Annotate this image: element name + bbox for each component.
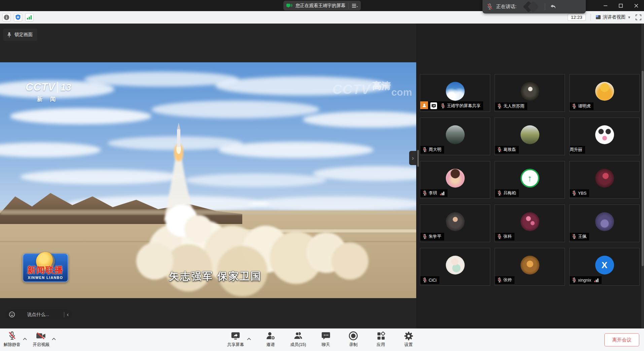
cctv-channel-number: 13 [57,82,71,93]
unmute-button[interactable]: 解除静音 [3,331,21,348]
news-caption: 矢志强军 保家卫国 [169,269,261,283]
info-button[interactable] [2,13,11,22]
pin-label: 锁定画面 [14,32,33,38]
network-signal-icon [27,15,32,20]
watching-banner[interactable]: 您正在观看王靖宇的屏幕 [283,1,361,10]
divider [348,3,349,9]
chat-input-placeholder[interactable]: 说点什么... [15,312,61,318]
divider [591,14,591,21]
avatar [446,256,465,275]
emoji-icon[interactable] [9,311,15,318]
menu-icon[interactable] [351,3,358,8]
meeting-time: 12:23 [568,14,586,21]
avatar [521,125,539,144]
view-mode-select[interactable]: 演讲者视图 ▼ [596,14,631,20]
collapse-chat-icon[interactable]: ‹ [67,312,69,317]
fullscreen-icon[interactable] [636,14,641,20]
muted-mic-icon [422,234,427,240]
share-options-chevron[interactable] [246,335,252,342]
panel-scrollbar-thumb[interactable] [417,150,419,167]
program-name-en: XINWEN LIANBO [28,276,63,280]
shared-video[interactable]: CCTV 13 新闻 CCTV 高清 com 新闻联播 XINWEN LIANB… [0,62,416,298]
participant-label: 张烨 [495,276,514,284]
cctv-channel-name: 新闻 [37,95,71,103]
return-arrow-icon[interactable] [550,4,557,10]
panel-collapse-handle[interactable]: › [409,151,417,165]
close-button[interactable] [629,0,644,11]
participant-tile[interactable]: CiCi [420,248,490,286]
participant-tile[interactable]: ↑ 吕梅柏 [495,161,565,199]
participant-name: 王靖宇的屏幕共享 [447,103,480,109]
start-video-button[interactable]: 开启视频 [32,331,50,348]
participant-tile[interactable]: 朱学平 [420,204,490,242]
watching-label: 您正在观看王靖宇的屏幕 [295,3,346,9]
network-button[interactable] [25,13,34,22]
participant-name: YBS [578,191,586,196]
muted-mic-icon [422,147,427,153]
record-button[interactable]: 录制 [345,331,362,348]
participant-name: 朱学平 [429,234,441,240]
participant-tile[interactable]: 周升丽 [569,118,640,155]
shared-screen-stage: 锁定画面 [0,24,416,328]
participant-tile[interactable]: 李玥 [420,161,490,199]
leave-meeting-button[interactable]: 离开会议 [604,333,639,347]
mic-options-chevron[interactable] [22,335,28,342]
share-screen-button[interactable]: 共享屏幕 [227,331,244,348]
speaking-panel: 正在讲话: [482,0,586,13]
participant-tile[interactable]: 张科 [495,204,565,242]
participant-label: xingnix [570,276,602,284]
muted-mic-icon [497,103,502,109]
shield-plus-icon [15,14,21,20]
scrollbar-thumb[interactable] [642,71,644,266]
participant-name: 王佩 [578,234,586,240]
minimize-button[interactable] [598,0,613,11]
participant-name: 谭明虎 [578,103,591,109]
participant-tile[interactable]: 谭明虎 [569,74,640,112]
muted-mic-icon [497,147,502,153]
muted-mic-icon [487,3,493,10]
pin-view-button[interactable]: 锁定画面 [3,29,37,41]
participant-label: 王佩 [570,233,589,241]
avatar-glyph: ↑ [528,174,532,183]
muted-mic-icon [572,190,577,196]
divider [545,3,545,10]
chevron-right-icon: › [412,155,414,162]
security-button[interactable] [14,13,22,22]
participants-panel: 王靖宇的屏幕共享 无人所苏雨 [416,24,644,328]
video-options-chevron[interactable] [51,335,57,342]
invite-button[interactable]: 邀请 [262,331,279,348]
avatar [521,82,539,101]
participant-tile[interactable]: YBS [569,161,640,199]
program-name-cn: 新闻联播 [27,264,64,276]
participant-name: xingnix [578,278,591,283]
invite-label: 邀请 [266,342,275,348]
record-label: 录制 [349,342,358,348]
participant-label: 谭明虎 [570,102,594,110]
bottom-toolbar: 解除静音 开启视频 [0,328,644,351]
apps-button[interactable]: 应用 [372,331,390,348]
share-screen-icon [231,331,240,340]
members-button[interactable]: 成员(15) [289,331,307,348]
participant-tile[interactable]: 周大明 [420,118,490,155]
participant-tile[interactable]: 葛致磊 [495,118,565,155]
participant-tile[interactable]: 王靖宇的屏幕共享 [420,74,490,112]
chat-button[interactable]: 聊天 [317,331,334,348]
participant-tile[interactable]: 王佩 [569,204,640,242]
scrollbar-track[interactable] [641,24,644,328]
info-icon [4,14,9,20]
participant-label: 周升丽 [570,146,585,154]
participant-tile[interactable]: 张烨 [495,248,565,286]
maximize-button[interactable] [613,0,629,11]
participant-label: 无人所苏雨 [495,102,527,110]
chevron-down-icon: ▼ [628,15,631,19]
participant-label: 李玥 [420,189,448,197]
participant-tile[interactable]: 无人所苏雨 [495,74,565,112]
settings-button[interactable]: 设置 [400,331,417,348]
xinwen-lianbo-logo: 新闻联播 XINWEN LIANBO [23,253,68,282]
quick-chat-bar[interactable]: 说点什么... ‹ [5,309,72,320]
participant-tile[interactable]: X xingnix [569,248,640,286]
participant-label: 周大明 [420,146,444,154]
participant-label: 朱学平 [420,233,444,241]
unmute-label: 解除静音 [4,342,21,348]
muted-mic-icon [8,331,16,341]
